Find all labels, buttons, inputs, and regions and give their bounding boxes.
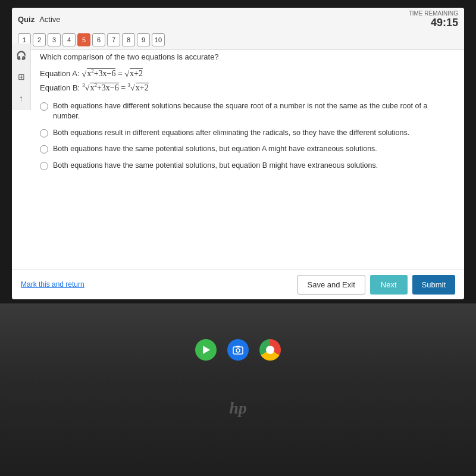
taskbar — [195, 339, 281, 361]
equation-a-expr: √x2+3x−6 = √x+2 — [82, 68, 143, 79]
option-item-3[interactable]: Both equations have the same potential s… — [40, 144, 455, 155]
equation-b-expr: 3√x2+3x−6 = 3√x+2 — [82, 82, 148, 93]
timer: TIME REMAINING 49:15 — [409, 10, 458, 29]
equation-a-label: Equation A: — [40, 69, 80, 78]
equation-a-line: Equation A: √x2+3x−6 = √x+2 — [40, 68, 455, 79]
play-triangle — [201, 345, 211, 355]
svg-point-2 — [236, 349, 240, 352]
option-text-1: Both equations have different solutions … — [53, 101, 455, 122]
timer-remaining-label: TIME REMAINING — [409, 10, 458, 17]
option-item-1[interactable]: Both equations have different solutions … — [40, 101, 455, 122]
option-text-4: Both equations have the same potential s… — [53, 161, 378, 171]
header-top: Quiz Active TIME REMAINING 49:15 — [12, 8, 464, 32]
option-radio-3[interactable] — [40, 145, 48, 154]
header-left: Quiz Active — [18, 15, 61, 24]
question-text: Which comparison of the two equations is… — [40, 52, 455, 61]
active-label: Active — [39, 15, 60, 24]
option-radio-1[interactable] — [40, 102, 48, 111]
option-text-2: Both equations result in different equat… — [53, 128, 409, 139]
save-exit-button[interactable]: Save and Exit — [298, 275, 365, 295]
laptop-body — [0, 303, 476, 476]
svg-rect-1 — [233, 347, 243, 354]
timer-value: 49:15 — [409, 17, 458, 29]
sidebar: 🎧 ⊞ ↑ — [12, 43, 31, 110]
footer-buttons: Save and Exit Next Submit — [298, 275, 455, 295]
option-radio-4[interactable] — [40, 162, 48, 170]
svg-rect-3 — [236, 346, 240, 347]
equation-b-line: Equation B: 3√x2+3x−6 = 3√x+2 — [40, 82, 455, 93]
hp-logo: hp — [229, 399, 247, 418]
option-text-3: Both equations have the same potential s… — [53, 144, 377, 155]
next-button[interactable]: Next — [370, 275, 408, 295]
play-store-icon[interactable] — [195, 339, 217, 361]
mark-return-link[interactable]: Mark this and return — [21, 280, 84, 289]
svg-marker-0 — [203, 346, 210, 354]
option-item-2[interactable]: Both equations result in different equat… — [40, 128, 455, 139]
laptop-screen: Quiz Active TIME REMAINING 49:15 1 2 3 4… — [0, 0, 476, 303]
footer-bar: Mark this and return Save and Exit Next … — [12, 270, 464, 299]
arrow-up-icon[interactable]: ↑ — [14, 91, 29, 105]
equation-b-label: Equation B: — [40, 83, 80, 92]
chrome-icon[interactable] — [259, 339, 281, 361]
camera-svg — [232, 344, 244, 356]
headphone-icon[interactable]: 🎧 — [14, 48, 29, 62]
quiz-label: Quiz — [18, 15, 35, 24]
main-content: Which comparison of the two equations is… — [31, 43, 464, 270]
option-radio-2[interactable] — [40, 129, 48, 137]
submit-button[interactable]: Submit — [412, 275, 455, 295]
calculator-icon[interactable]: ⊞ — [14, 70, 29, 84]
equations: Equation A: √x2+3x−6 = √x+2 Equation B: … — [40, 68, 455, 93]
option-item-4[interactable]: Both equations have the same potential s… — [40, 161, 455, 171]
options-list: Both equations have different solutions … — [40, 101, 455, 171]
screen-content: Quiz Active TIME REMAINING 49:15 1 2 3 4… — [12, 8, 464, 299]
camera-icon[interactable] — [227, 339, 249, 361]
